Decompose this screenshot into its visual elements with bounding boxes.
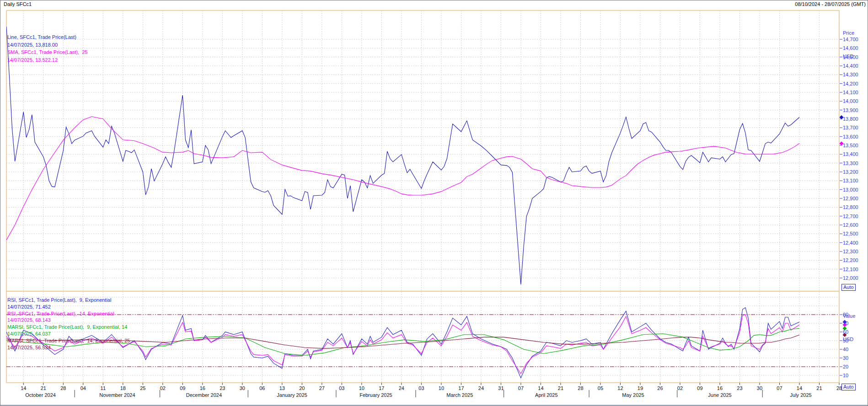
x-axis-day-label: 04: [80, 385, 86, 391]
price-tick-label: 13,400: [843, 151, 858, 157]
x-axis-day-label: 24: [399, 385, 404, 391]
x-axis-day-label: 02: [160, 385, 166, 391]
x-axis-day-label: 26: [657, 385, 663, 391]
price-tick-label: 12,000: [843, 275, 858, 281]
price-tick-label: 12,700: [843, 214, 858, 219]
rsi-tick-label: 60: [843, 329, 848, 335]
x-axis-day-label: 14: [538, 385, 543, 391]
x-axis-month-label: June 2025: [708, 392, 731, 398]
x-axis-day-label: 20: [299, 385, 305, 391]
x-axis-day-label: 21: [816, 385, 822, 391]
price-tick-label: 13,800: [843, 116, 858, 122]
legend-line: MARSI, SFCc1, Trade Price(Last), 9, Expo…: [7, 324, 127, 330]
price-tick-label: 14,100: [843, 90, 858, 95]
price-tick-label: 14,700: [843, 37, 858, 42]
x-axis-month-label: November 2024: [99, 392, 135, 398]
x-axis-day-label: 14: [21, 385, 26, 391]
rsi-tick-label: 30: [843, 355, 848, 361]
x-axis-day-label: 03: [418, 385, 424, 391]
x-axis-month-label: May 2025: [622, 392, 644, 398]
x-axis-day-label: 23: [220, 385, 225, 391]
x-axis-day-label: 19: [638, 385, 643, 391]
x-axis-month-label: April 2025: [535, 392, 558, 398]
x-axis-day-label: 11: [101, 385, 106, 391]
x-axis-day-label: 27: [319, 385, 325, 391]
window-bottom-edge: [0, 405, 868, 406]
price-tick-label: 13,600: [843, 134, 858, 139]
x-axis-day-label: 30: [240, 385, 245, 391]
x-axis-day-label: 28: [836, 385, 842, 391]
legend-line: 14/07/2025, 13,818.00: [7, 42, 58, 48]
price-tick-label: 12,300: [843, 249, 858, 254]
rsi-auto-scale-button[interactable]: Auto: [841, 384, 856, 390]
price-auto-scale-button[interactable]: Auto: [841, 284, 856, 291]
x-axis-day-label: 03: [339, 385, 344, 391]
x-axis-day-label: 31: [498, 385, 504, 391]
price-tick-label: 13,300: [843, 160, 858, 166]
price-tick-label: 14,400: [843, 63, 858, 69]
x-axis-day-label: 05: [598, 385, 603, 391]
x-axis-day-label: 25: [140, 385, 145, 391]
x-axis-day-label: 07: [518, 385, 524, 391]
rsi-tick-label: 50: [843, 338, 848, 343]
x-axis-day-label: 18: [120, 385, 126, 391]
price-tick-label: 12,900: [843, 196, 858, 201]
price-tick-label: 14,300: [843, 72, 858, 77]
x-axis-month-label: December 2024: [186, 392, 222, 398]
price-axis-title: Price: [843, 29, 854, 37]
price-tick-label: 13,000: [843, 187, 858, 192]
x-axis-day-label: 09: [180, 385, 185, 391]
price-tick-label: 14,600: [843, 45, 858, 51]
price-tick-label: 13,700: [843, 125, 858, 130]
x-axis-day-label: 23: [737, 385, 742, 391]
x-axis-day-label: 21: [41, 385, 46, 391]
x-axis-day-label: 17: [379, 385, 384, 391]
x-axis-day-label: 09: [697, 385, 702, 391]
legend-line: RSI, SFCc1, Trade Price(Last), 9, Expone…: [7, 297, 111, 303]
x-axis-month-label: July 2025: [790, 392, 812, 398]
price-tick-label: 14,500: [843, 54, 858, 60]
legend-line: 14/07/2025, 56.534: [7, 345, 51, 350]
price-tick-label: 12,100: [843, 267, 858, 272]
price-tick-label: 12,800: [843, 204, 858, 210]
x-axis-month-label: January 2025: [277, 392, 307, 398]
price-tick-label: 13,200: [843, 169, 858, 175]
price-tick-label: 12,400: [843, 240, 858, 246]
chart-window: Daily SFCc1 08/10/2024 - 28/07/2025 (GMT…: [0, 0, 868, 406]
x-axis-month-label: October 2024: [25, 392, 56, 398]
legend-line: RSI, SFCc1, Trade Price(Last), 14, Expon…: [7, 311, 114, 316]
legend-line: 14/07/2025, 68.143: [7, 317, 51, 323]
x-axis-day-label: 16: [717, 385, 723, 391]
x-axis-day-label: 10: [439, 385, 444, 391]
x-axis-day-label: 16: [200, 385, 205, 391]
rsi-tick-label: 40: [843, 347, 848, 352]
price-tick-label: 13,500: [843, 143, 858, 148]
x-axis-day-label: 07: [777, 385, 782, 391]
x-axis-day-label: 06: [259, 385, 265, 391]
legend-line: MARSI, SFCc1, Trade Price(Last), 14, Exp…: [7, 338, 130, 343]
price-tick-label: 14,200: [843, 81, 858, 86]
chart-canvas[interactable]: [0, 0, 868, 406]
legend-line: 14/07/2025, 71.452: [7, 304, 51, 310]
legend-line: 14/07/2025, 64.037: [7, 331, 51, 337]
price-tick-label: 13,100: [843, 178, 858, 183]
x-axis-day-label: 13: [279, 385, 285, 391]
x-axis-month-label: February 2025: [359, 392, 392, 398]
x-axis-day-label: 14: [797, 385, 802, 391]
rsi-tick-label: 70: [843, 321, 848, 326]
legend-line: 14/07/2025, 13,522.12: [7, 57, 58, 63]
x-axis-day-label: 17: [458, 385, 464, 391]
x-axis-day-label: 24: [478, 385, 484, 391]
x-axis-month-label: March 2025: [446, 392, 473, 398]
price-tick-label: 12,500: [843, 231, 858, 236]
rsi-tick-label: 10: [843, 373, 848, 378]
legend-line: SMA, SFCc1, Trade Price(Last), 25: [7, 49, 87, 55]
rsi-tick-label: 20: [843, 364, 848, 369]
price-tick-label: 12,200: [843, 257, 858, 263]
x-axis-day-label: 30: [757, 385, 762, 391]
x-axis-day-label: 12: [617, 385, 623, 391]
x-axis-day-label: 28: [60, 385, 66, 391]
x-axis-day-label: 28: [578, 385, 583, 391]
price-tick-label: 12,600: [843, 222, 858, 228]
price-tick-label: 13,900: [843, 107, 858, 113]
